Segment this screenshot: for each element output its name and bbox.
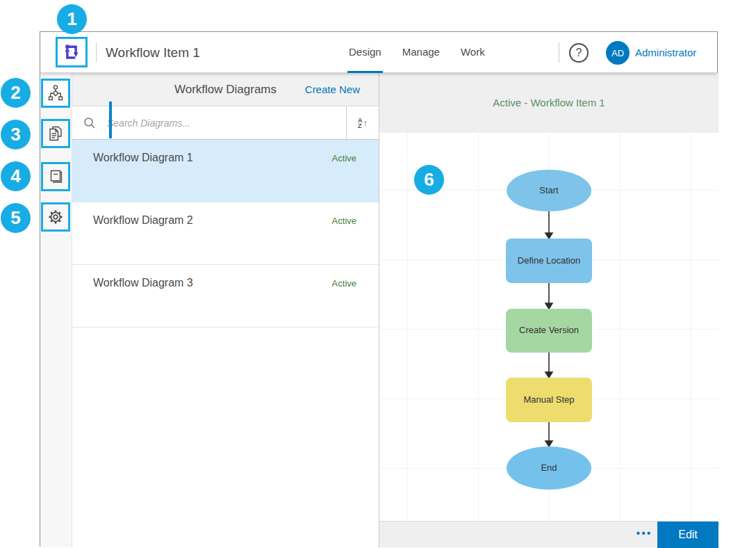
edit-button[interactable]: Edit [657,522,718,548]
avatar[interactable]: AD [606,41,630,65]
diagram-name: Workflow Diagram 3 [93,277,193,289]
sidebar-item-diagrams[interactable] [41,79,70,108]
page-title: Workflow Item 1 [106,32,200,73]
app-logo-button[interactable] [56,37,88,67]
status-badge: Active [332,153,356,163]
diagram-canvas-area: Active - Workflow Item 1 Start [379,73,718,547]
header-divider [559,42,559,63]
app-window: Workflow Item 1 Design Manage Work ? AD … [40,31,718,547]
node-define-location[interactable]: Define Location [506,239,592,283]
status-badge: Active [332,216,356,226]
active-sidebar-indicator [109,102,112,138]
sidebar-item-templates[interactable] [41,119,70,148]
list-item-diagram-2[interactable]: Workflow Diagram 2 Active [72,202,379,265]
documents-icon [47,124,65,143]
header-tabs: Design Manage Work [347,32,486,73]
help-icon[interactable]: ? [569,43,589,63]
workflow-cycle-icon [62,42,81,62]
list-item-diagram-1[interactable]: Workflow Diagram 1 Active [72,140,379,202]
username-link[interactable]: Administrator [635,32,696,73]
svg-text:Create Version: Create Version [519,325,579,335]
sidebar-item-settings[interactable] [41,202,70,232]
sort-az-icon: A Z [358,118,363,129]
panel-header: Workflow Diagrams Create New [72,73,379,106]
svg-text:End: End [541,462,557,473]
svg-text:Manual Step: Manual Step [524,394,575,405]
create-new-button[interactable]: Create New [305,73,360,106]
workflow-diagrams-panel: Workflow Diagrams Create New A Z ↑ [72,73,379,547]
notebook-icon [47,168,65,186]
sort-arrow-icon: ↑ [363,118,368,128]
tab-manage[interactable]: Manage [401,32,441,73]
node-end[interactable]: End [507,446,591,490]
tab-design[interactable]: Design [347,32,383,73]
list-item-diagram-3[interactable]: Workflow Diagram 3 Active [72,265,379,328]
search-input[interactable] [107,106,346,139]
search-row: A Z ↑ [72,106,379,140]
svg-text:Start: Start [539,185,559,195]
callout-badge-4: 4 [1,161,31,191]
callout-badge-5: 5 [1,203,31,233]
sidebar-item-job-templates[interactable] [41,162,70,191]
node-create-version[interactable]: Create Version [506,309,592,353]
diagram-icon [47,84,65,102]
more-options-icon[interactable]: ••• [632,522,657,548]
icon-sidebar [40,73,72,547]
active-diagram-banner: Active - Workflow Item 1 [379,73,718,133]
settings-gear-icon [47,208,65,226]
app-header: Workflow Item 1 Design Manage Work ? AD … [40,32,717,73]
callout-badge-1: 1 [57,4,87,34]
tab-work[interactable]: Work [459,32,486,73]
callout-badge-3: 3 [1,120,31,150]
callout-badge-2: 2 [1,78,31,108]
header-divider [96,42,97,63]
search-icon [72,117,107,129]
callout-badge-6: 6 [414,165,444,195]
diagram-name: Workflow Diagram 2 [93,214,193,227]
screenshot-stage: Workflow Item 1 Design Manage Work ? AD … [0,0,756,548]
diagram-name: Workflow Diagram 1 [93,152,193,164]
canvas-action-bar: ••• Edit [379,521,718,547]
status-badge: Active [332,278,356,289]
sort-button[interactable]: A Z ↑ [346,106,379,140]
node-start[interactable]: Start [507,170,591,211]
node-manual-step[interactable]: Manual Step [506,378,592,422]
svg-text:Define Location: Define Location [518,255,580,266]
